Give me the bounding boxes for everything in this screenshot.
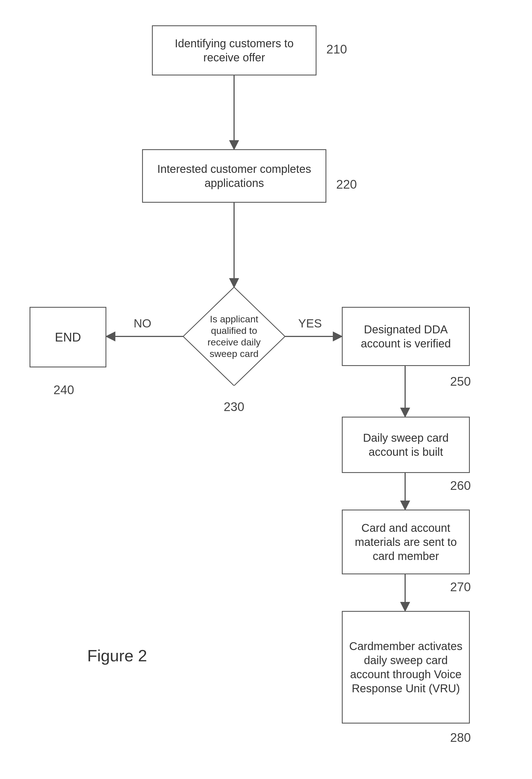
process-text: Interested customer completes applicatio… — [148, 162, 320, 190]
process-text: Cardmember activates daily sweep card ac… — [348, 639, 463, 696]
process-box-260: Daily sweep card account is built — [342, 417, 470, 473]
process-box-270: Card and account materials are sent to c… — [342, 510, 470, 574]
process-text: Identifying customers to receive offer — [158, 36, 310, 64]
process-text: Card and account materials are sent to c… — [348, 521, 463, 563]
terminator-box-240: END — [29, 307, 106, 367]
process-text: Designated DDA account is verified — [348, 322, 463, 351]
process-box-280: Cardmember activates daily sweep card ac… — [342, 611, 470, 724]
process-text: Daily sweep card account is built — [348, 431, 463, 459]
edge-label-no: NO — [134, 317, 151, 330]
process-box-220: Interested customer completes applicatio… — [142, 149, 326, 203]
ref-label-250: 250 — [450, 374, 471, 388]
flowchart-canvas: Identifying customers to receive offer 2… — [0, 0, 532, 779]
ref-label-240: 240 — [54, 383, 74, 397]
process-box-250: Designated DDA account is verified — [342, 307, 470, 366]
ref-label-270: 270 — [450, 580, 471, 594]
terminator-text: END — [55, 329, 81, 345]
ref-label-280: 280 — [450, 731, 471, 745]
figure-caption: Figure 2 — [87, 646, 147, 665]
decision-diamond-230: Is applicant qualified to receive daily … — [183, 287, 285, 386]
process-box-210: Identifying customers to receive offer — [152, 25, 317, 75]
ref-label-260: 260 — [450, 479, 471, 493]
ref-label-220: 220 — [336, 177, 357, 191]
ref-label-230: 230 — [224, 400, 244, 414]
decision-text: Is applicant qualified to receive daily … — [183, 287, 285, 386]
ref-label-210: 210 — [326, 42, 347, 56]
edge-label-yes: YES — [298, 317, 322, 330]
